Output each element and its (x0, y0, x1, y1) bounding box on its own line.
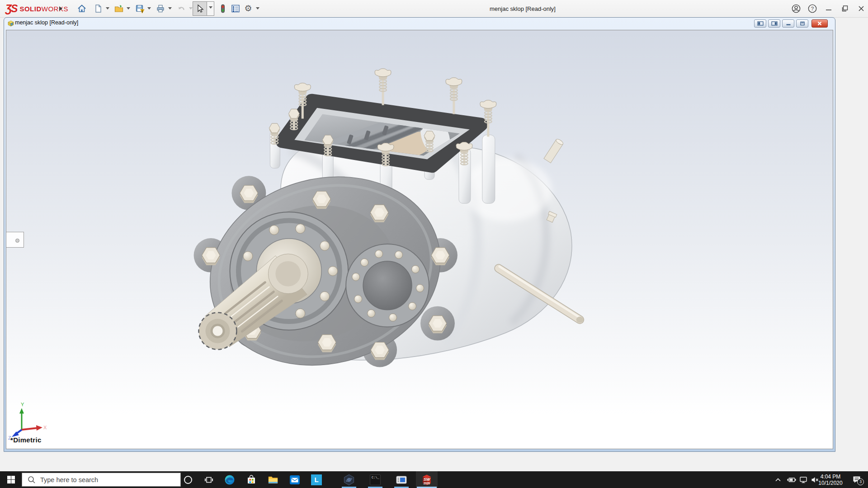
options-button[interactable]: ⚙ (241, 1, 259, 15)
taskbar-item-l-app[interactable]: L (307, 471, 326, 488)
windows-logo-icon (7, 476, 15, 483)
tray-chevron-button[interactable] (771, 471, 785, 488)
network-icon (799, 476, 807, 483)
restore-button[interactable] (837, 0, 853, 17)
hexagon-app-icon (343, 474, 355, 486)
select-tool-group[interactable] (193, 1, 214, 15)
select-cursor-button[interactable] (193, 1, 207, 16)
cover-bearing-boss[interactable] (346, 244, 429, 327)
document-window: menjac sklop [Read-only] (4, 17, 835, 452)
assembly-icon (7, 19, 14, 29)
account-icon (791, 4, 801, 14)
undo-button[interactable] (175, 1, 193, 15)
doc-restore-icon (800, 21, 805, 26)
battery-icon (787, 477, 797, 483)
undo-dropdown[interactable] (189, 7, 193, 11)
new-document-icon (91, 2, 105, 15)
tray-clock[interactable]: 4:04 PM 10/1/2020 (815, 471, 846, 488)
open-button[interactable] (112, 1, 130, 15)
doc-minimize-icon (786, 21, 791, 26)
traffic-light-icon (216, 2, 230, 15)
close-icon (857, 4, 866, 13)
store-icon (246, 475, 256, 485)
ds-logo-glyph: ƷS (5, 3, 17, 15)
taskbar-item-command-prompt[interactable]: C:\_ (365, 471, 385, 488)
new-document-dropdown[interactable] (106, 7, 109, 11)
design-table-button[interactable] (229, 1, 242, 15)
pane-left-icon (757, 21, 764, 26)
taskbar-item-file-explorer[interactable] (263, 471, 283, 488)
doc-close-button[interactable] (811, 19, 828, 28)
media-app-icon (396, 474, 407, 485)
desktop: ƷS SOLIDWORKS (0, 0, 868, 488)
triad-x-label: X (43, 425, 47, 430)
minimize-icon (824, 4, 833, 13)
gear-icon: ⚙ (241, 2, 255, 15)
document-title: menjac sklop [Read-only] (15, 19, 78, 26)
minimize-button[interactable] (821, 0, 836, 17)
taskbar-item-solidworks[interactable]: SW 2020 (416, 471, 438, 488)
doc-close-icon (817, 21, 822, 26)
search-placeholder: Type here to search (40, 476, 98, 483)
print-button[interactable] (154, 1, 172, 15)
print-icon (154, 2, 167, 15)
new-document-button[interactable] (91, 1, 109, 15)
chevron-up-icon (775, 477, 781, 483)
tab-dot-icon (15, 239, 19, 243)
doc-restore-button[interactable] (796, 19, 808, 28)
taskbar-item-task-view[interactable] (199, 471, 219, 488)
cortana-icon (184, 475, 193, 484)
triad-y-label: Y (21, 402, 24, 407)
home-button[interactable] (75, 1, 89, 15)
task-view-icon (204, 475, 213, 484)
account-button[interactable] (788, 0, 804, 17)
graphics-viewport[interactable]: Y X Z *Dimetric (6, 30, 833, 449)
viewport-canvas[interactable]: Y X Z (6, 30, 833, 449)
menu-expand-arrow-icon[interactable] (59, 6, 65, 11)
taskbar: Type here to search L C (0, 471, 868, 488)
pane-left-button[interactable] (754, 19, 766, 28)
file-explorer-icon (268, 474, 278, 485)
help-icon: ? (807, 4, 817, 14)
taskbar-item-mail[interactable] (285, 471, 305, 488)
close-app-button[interactable] (854, 0, 868, 17)
restore-icon (840, 4, 849, 13)
pane-right-icon (771, 21, 778, 26)
featuremanager-collapsed-tab[interactable] (6, 232, 24, 248)
display-states-button[interactable] (216, 1, 230, 15)
pane-right-button[interactable] (768, 19, 780, 28)
design-table-icon (229, 2, 242, 15)
edge-icon (224, 474, 235, 485)
taskbar-item-edge[interactable] (220, 471, 240, 488)
taskbar-search-input[interactable]: Type here to search (22, 473, 181, 487)
notification-count-badge: 3 (857, 479, 864, 485)
print-dropdown[interactable] (168, 7, 172, 11)
open-folder-icon (112, 2, 126, 15)
cursor-icon (195, 4, 204, 13)
undo-icon (175, 2, 188, 15)
save-button[interactable] (133, 1, 151, 15)
taskbar-item-cortana[interactable] (178, 471, 198, 488)
taskbar-item-store[interactable] (241, 471, 261, 488)
app-title: menjac sklop [Read-only] (490, 0, 556, 17)
options-dropdown[interactable] (256, 7, 259, 11)
help-button[interactable]: ? (805, 0, 820, 17)
open-dropdown[interactable] (127, 7, 130, 11)
doc-minimize-button[interactable] (782, 19, 794, 28)
view-orientation-label: *Dimetric (10, 436, 42, 444)
svg-text:?: ? (811, 6, 814, 11)
save-dropdown[interactable] (147, 7, 151, 11)
mail-icon (289, 474, 300, 485)
start-button[interactable] (0, 471, 22, 488)
save-icon (133, 2, 146, 15)
app-titlebar: ƷS SOLIDWORKS (0, 0, 868, 18)
taskbar-item-media-app[interactable] (392, 471, 411, 488)
tray-date: 10/1/2020 (818, 480, 842, 486)
solidworks-2020-icon: SW 2020 (421, 474, 432, 486)
select-dropdown[interactable] (207, 1, 214, 16)
notification-center-button[interactable]: 3 (848, 471, 866, 488)
search-icon (28, 476, 36, 484)
tray-time: 4:04 PM (821, 474, 841, 480)
taskbar-item-hexagon-app[interactable] (339, 471, 359, 488)
command-prompt-icon: C:\_ (370, 474, 381, 485)
